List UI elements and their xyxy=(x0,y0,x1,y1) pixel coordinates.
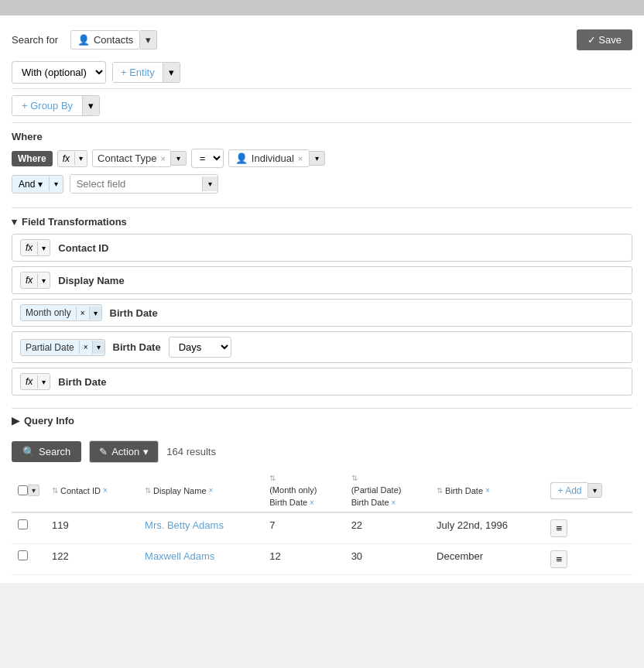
field-transforms-chevron: ▾ xyxy=(12,216,17,228)
search-icon: 🔍 xyxy=(22,446,35,457)
partial-date-wrapper: Partial Date × ▾ xyxy=(20,339,105,356)
field-transformations-section: ▾ Field Transformations fx ▾ Contact ID … xyxy=(12,207,632,405)
col-add: + Add ▾ xyxy=(544,469,632,512)
contact-type-arrow[interactable]: ▾ xyxy=(171,151,187,166)
contact-name-link-2[interactable]: Maxwell Adams xyxy=(145,550,214,562)
row-select-checkbox-2[interactable] xyxy=(18,550,28,560)
contacts-icon: 👤 xyxy=(77,34,90,46)
individual-remove[interactable]: × xyxy=(298,154,303,163)
with-optional-dropdown[interactable]: With (optional) xyxy=(12,62,105,83)
display-name-fx-arrow[interactable]: ▾ xyxy=(37,274,50,287)
individual-wrapper: 👤 Individual × ▾ xyxy=(228,149,325,167)
contact-id-fx-main[interactable]: fx xyxy=(21,240,37,255)
entity-button[interactable]: + Entity ▾ xyxy=(112,62,180,83)
and-button[interactable]: And ▾ ▾ xyxy=(12,175,63,194)
individual-field[interactable]: 👤 Individual × xyxy=(228,149,310,167)
action-btn-main[interactable]: ✎ Action ▾ xyxy=(90,441,158,462)
cell-partial-birth-1: 22 xyxy=(345,512,430,544)
add-column-button[interactable]: + Add xyxy=(550,482,587,499)
group-by-button[interactable]: + Group By ▾ xyxy=(12,95,100,116)
row-checkbox-1[interactable] xyxy=(12,512,46,544)
where-fx-btn-arrow[interactable]: ▾ xyxy=(74,152,87,165)
action-button[interactable]: ✎ Action ▾ xyxy=(89,440,159,463)
sort-icon-month-birth[interactable]: ⇅ xyxy=(269,474,276,482)
birth-date-fx-main[interactable]: fx xyxy=(21,374,37,389)
month-only-remove[interactable]: × xyxy=(76,307,89,320)
contact-type-field[interactable]: Contact Type × xyxy=(92,149,171,167)
add-column-wrapper[interactable]: + Add ▾ xyxy=(550,482,626,499)
contact-type-remove[interactable]: × xyxy=(160,154,165,163)
partial-birth-value-2: 30 xyxy=(351,550,362,562)
field-transformations-header[interactable]: ▾ Field Transformations xyxy=(12,213,632,234)
action-label: Action xyxy=(111,446,139,457)
pencil-icon: ✎ xyxy=(99,446,108,457)
add-column-arrow[interactable]: ▾ xyxy=(587,483,602,498)
col-birth-date: ⇅ Birth Date × xyxy=(430,469,544,512)
contact-id-fx-arrow[interactable]: ▾ xyxy=(37,242,50,255)
and-btn-arrow[interactable]: ▾ xyxy=(49,176,63,191)
contacts-value: Contacts xyxy=(94,34,133,46)
select-field-arrow[interactable]: ▾ xyxy=(202,176,218,191)
select-field-text[interactable] xyxy=(70,175,202,193)
birth-date-label-1: Birth Date xyxy=(110,307,158,319)
birth-date-fx-button[interactable]: fx ▾ xyxy=(20,373,50,390)
search-button[interactable]: 🔍 Search xyxy=(12,441,81,462)
partial-date-arrow[interactable]: ▾ xyxy=(92,341,104,354)
display-name-fx-button[interactable]: fx ▾ xyxy=(20,272,50,289)
individual-arrow[interactable]: ▾ xyxy=(310,151,325,166)
birth-date-value-2: December xyxy=(437,550,483,562)
days-select[interactable]: Days Months Years xyxy=(169,337,231,358)
select-all-checkbox[interactable] xyxy=(18,485,28,495)
col-birth-date-remove[interactable]: × xyxy=(485,486,490,495)
search-label: Search xyxy=(39,446,70,457)
contacts-select[interactable]: 👤 Contacts xyxy=(70,30,140,50)
sort-icon-partial-birth[interactable]: ⇅ xyxy=(351,474,358,482)
save-button[interactable]: ✓ Save xyxy=(577,29,632,50)
row-checkbox-2[interactable] xyxy=(12,544,46,575)
cell-birth-date-2: December xyxy=(430,544,544,575)
sort-icon-birth-date[interactable]: ⇅ xyxy=(437,486,443,495)
month-only-arrow[interactable]: ▾ xyxy=(89,307,101,320)
checkbox-dropdown-arrow[interactable]: ▾ xyxy=(28,485,39,496)
entity-btn-arrow[interactable]: ▾ xyxy=(163,63,180,82)
col-display-name-remove[interactable]: × xyxy=(209,486,214,495)
group-by-btn-main[interactable]: + Group By xyxy=(12,96,82,115)
row-select-checkbox-1[interactable] xyxy=(18,519,28,529)
where-fx-button[interactable]: fx ▾ xyxy=(57,150,87,167)
col-display-name-label: Display Name xyxy=(153,486,206,495)
display-name-fx-main[interactable]: fx xyxy=(21,272,37,288)
checkbox-dropdown[interactable]: ▾ xyxy=(18,485,39,496)
sort-icon-display-name[interactable]: ⇅ xyxy=(145,486,151,495)
query-info-header[interactable]: ▶ Query Info xyxy=(12,415,632,426)
row-menu-button-2[interactable]: ≡ xyxy=(550,550,567,568)
and-btn-main[interactable]: And ▾ xyxy=(12,176,49,193)
cell-menu-1: ≡ xyxy=(544,512,632,544)
col-partial-birth: ⇅ (Partial Date) Birth Date × xyxy=(345,469,430,512)
col-partial-birth-remove[interactable]: × xyxy=(392,498,396,507)
partial-date-remove[interactable]: × xyxy=(79,341,92,354)
contact-id-value-2: 122 xyxy=(52,550,69,562)
row-menu-button-1[interactable]: ≡ xyxy=(550,519,567,537)
checkbox-header: ▾ xyxy=(12,469,46,512)
group-by-btn-arrow[interactable]: ▾ xyxy=(82,96,99,115)
entity-btn-main[interactable]: + Entity xyxy=(113,63,163,82)
transform-row-month-birth: Month only × ▾ Birth Date xyxy=(12,299,632,327)
table-row: 119 Mrs. Betty Adams 7 22 July 22nd, 199… xyxy=(12,512,632,544)
col-month-birth-remove[interactable]: × xyxy=(310,498,314,507)
contact-id-label: Contact ID xyxy=(58,242,108,254)
transform-row-birth-date: fx ▾ Birth Date xyxy=(12,368,632,396)
with-optional-select[interactable]: With (optional) xyxy=(12,61,106,84)
birth-date-fx-arrow[interactable]: ▾ xyxy=(37,375,50,389)
contact-id-value-1: 119 xyxy=(52,519,69,531)
equals-select[interactable]: = xyxy=(191,149,224,168)
contact-name-link-1[interactable]: Mrs. Betty Adams xyxy=(145,519,224,531)
cell-display-name-1: Mrs. Betty Adams xyxy=(139,512,263,544)
col-contact-id-remove[interactable]: × xyxy=(103,486,108,495)
contacts-dropdown-arrow[interactable]: ▾ xyxy=(140,30,157,50)
where-fx-btn-main[interactable]: fx xyxy=(58,151,74,166)
select-field-input[interactable]: ▾ xyxy=(70,174,218,194)
contact-type-wrapper: Contact Type × ▾ xyxy=(92,149,187,167)
sort-icon-contact-id[interactable]: ⇅ xyxy=(52,486,58,495)
where-section: Where Where fx ▾ Contact Type × ▾ = 👤 In xyxy=(12,123,632,201)
contact-id-fx-button[interactable]: fx ▾ xyxy=(20,239,50,256)
